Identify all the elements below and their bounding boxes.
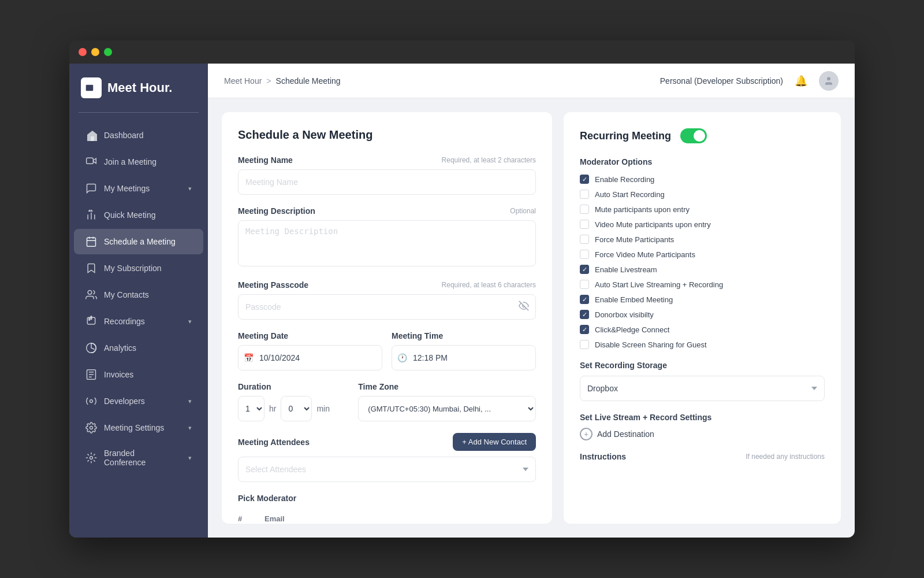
add-destination-label: Add Destination	[597, 429, 654, 439]
sidebar-item-join-meeting[interactable]: Join a Meeting	[74, 149, 203, 175]
hours-label: hr	[269, 404, 276, 413]
meeting-passcode-group: Meeting Passcode Required, at least 6 ch…	[238, 280, 536, 320]
sidebar-label-meeting-settings: Meeting Settings	[104, 423, 164, 432]
option-disable-screen-sharing: Disable Screen Sharing for Guest	[580, 340, 825, 349]
meeting-time-input[interactable]	[392, 345, 536, 370]
add-new-contact-button[interactable]: + Add New Contact	[453, 433, 536, 451]
clock-icon: 🕐	[397, 353, 407, 362]
duration-mins-select[interactable]: 0153045	[281, 396, 312, 421]
sidebar-item-schedule-meeting[interactable]: Schedule a Meeting	[74, 229, 203, 254]
attendees-select[interactable]: Select Attendees	[238, 457, 536, 482]
logo-icon	[81, 77, 102, 98]
checkbox-enable-embed[interactable]	[580, 295, 589, 304]
sidebar-label-branded-conference: BrandedConference	[104, 449, 146, 467]
duration-tz-row: Duration 123 hr 0153045 min	[238, 382, 536, 421]
recurring-meeting-header: Recurring Meeting	[580, 128, 825, 143]
sidebar-item-meeting-settings[interactable]: Meeting Settings ▾	[74, 415, 203, 440]
sidebar-item-my-meetings[interactable]: My Meetings ▾	[74, 176, 203, 201]
label-mute-participants: Mute participants upon entry	[595, 205, 690, 214]
recording-storage-title: Set Recording Storage	[580, 361, 825, 370]
checkbox-mute-participants[interactable]	[580, 205, 589, 214]
bell-icon[interactable]: 🔔	[795, 75, 807, 87]
add-destination-button[interactable]: + Add Destination	[580, 428, 654, 440]
meeting-date-input[interactable]	[238, 345, 382, 370]
label-force-video-mute: Force Video Mute Participants	[595, 250, 695, 259]
checkbox-enable-livestream[interactable]	[580, 265, 589, 274]
close-button[interactable]	[79, 48, 87, 56]
svg-point-9	[90, 427, 93, 429]
avatar[interactable]	[819, 71, 839, 91]
chevron-down-icon-developers: ▾	[188, 398, 192, 405]
chevron-down-icon: ▾	[188, 185, 192, 192]
timezone-select[interactable]: (GMT/UTC+05:30) Mumbai, Delhi, ...	[358, 396, 536, 421]
titlebar	[69, 40, 855, 64]
storage-select[interactable]: Dropbox Google Drive AWS S3	[580, 376, 825, 401]
duration-inputs: 123 hr 0153045 min	[238, 396, 349, 421]
plus-circle-icon: +	[580, 428, 593, 440]
chevron-down-icon-branded: ▾	[188, 454, 192, 462]
svg-rect-3	[87, 238, 96, 246]
svg-point-4	[88, 291, 92, 295]
sidebar-label-quick-meeting: Quick Meeting	[104, 210, 155, 220]
checkbox-video-mute[interactable]	[580, 220, 589, 229]
breadcrumb-separator: >	[266, 76, 271, 86]
meeting-description-label: Meeting Description	[238, 206, 315, 216]
checkbox-auto-start-livestream[interactable]	[580, 280, 589, 289]
option-auto-start-livestream: Auto Start Live Streaming + Recording	[580, 280, 825, 289]
meeting-name-input[interactable]	[238, 169, 536, 195]
right-panel: Recurring Meeting Moderator Options Enab…	[564, 112, 841, 524]
sidebar-divider	[79, 112, 199, 113]
instructions-title: Instructions	[580, 452, 626, 461]
sidebar-label-schedule-meeting: Schedule a Meeting	[104, 237, 176, 246]
option-mute-participants: Mute participants upon entry	[580, 205, 825, 214]
breadcrumb: Meet Hour > Schedule Meeting	[224, 76, 341, 86]
option-video-mute: Video Mute participants upon entry	[580, 220, 825, 229]
date-input-wrap: 📅	[238, 345, 382, 370]
svg-rect-2	[87, 158, 94, 164]
checkbox-enable-recording[interactable]	[580, 175, 589, 184]
sidebar-label-my-subscription: My Subscription	[104, 264, 162, 273]
calendar-icon: 📅	[244, 353, 254, 362]
duration-label-row: Duration	[238, 382, 349, 391]
meeting-passcode-label: Meeting Passcode	[238, 280, 308, 290]
option-enable-livestream: Enable Livestream	[580, 265, 825, 274]
checkbox-auto-start-recording[interactable]	[580, 190, 589, 199]
sidebar-item-dashboard[interactable]: Dashboard	[74, 123, 203, 148]
maximize-button[interactable]	[104, 48, 112, 56]
duration-label: Duration	[238, 382, 271, 391]
form-panel: Schedule a New Meeting Meeting Name Requ…	[222, 112, 552, 524]
toggle-password-icon[interactable]	[519, 301, 529, 313]
sidebar-label-analytics: Analytics	[104, 343, 136, 353]
moderator-table-header: # Email	[238, 510, 536, 524]
sidebar-item-recordings[interactable]: Recordings ▾	[74, 309, 203, 334]
topbar-right: Personal (Developer Subscription) 🔔	[660, 71, 839, 91]
meeting-passcode-input[interactable]	[238, 294, 536, 320]
minimize-button[interactable]	[91, 48, 99, 56]
sidebar-item-my-subscription[interactable]: My Subscription	[74, 255, 203, 281]
sidebar-item-my-contacts[interactable]: My Contacts	[74, 282, 203, 307]
checkbox-click-pledge[interactable]	[580, 325, 589, 334]
svg-point-8	[90, 400, 93, 403]
breadcrumb-current: Schedule Meeting	[276, 76, 341, 86]
sidebar-item-analytics[interactable]: Analytics	[74, 335, 203, 361]
recurring-toggle[interactable]	[680, 128, 707, 143]
sidebar-label-developers: Developers	[104, 397, 145, 406]
sidebar-item-quick-meeting[interactable]: Quick Meeting	[74, 202, 203, 228]
date-label-row: Meeting Date	[238, 331, 382, 340]
instructions-header: Instructions If needed any instructions	[580, 452, 825, 461]
checkbox-force-mute[interactable]	[580, 235, 589, 244]
checkbox-donorbox[interactable]	[580, 310, 589, 319]
duration-hours-select[interactable]: 123	[238, 396, 264, 421]
date-time-row: Meeting Date 📅 Meeting Time	[238, 331, 536, 370]
sidebar-item-invoices[interactable]: Invoices	[74, 362, 203, 387]
meeting-description-label-row: Meeting Description Optional	[238, 206, 536, 216]
label-donorbox: Donorbox visibilty	[595, 310, 654, 319]
checkbox-disable-screen-sharing[interactable]	[580, 340, 589, 349]
sidebar-item-developers[interactable]: Developers ▾	[74, 388, 203, 414]
meeting-description-input[interactable]	[238, 220, 536, 266]
meeting-description-group: Meeting Description Optional	[238, 206, 536, 269]
recurring-title: Recurring Meeting	[580, 130, 671, 142]
checkbox-force-video-mute[interactable]	[580, 250, 589, 259]
sidebar-item-branded-conference[interactable]: BrandedConference ▾	[74, 442, 203, 474]
chevron-down-icon-recordings: ▾	[188, 318, 192, 325]
